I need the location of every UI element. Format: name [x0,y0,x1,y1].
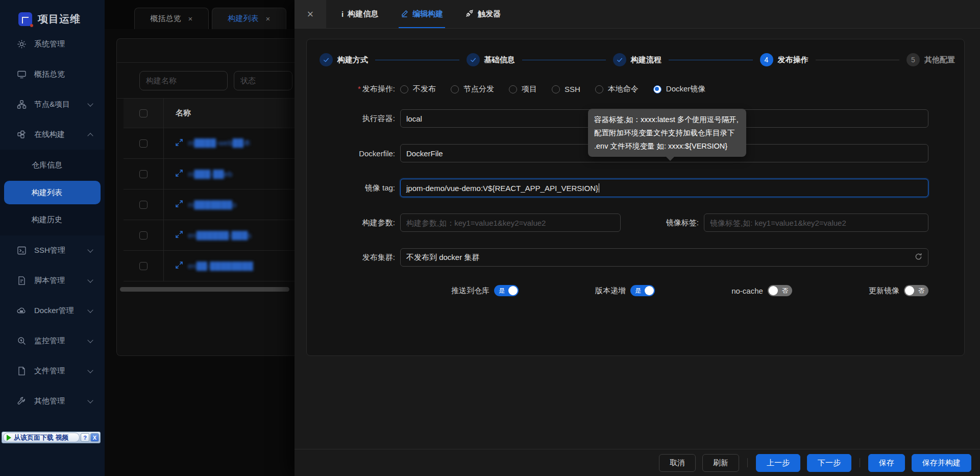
image-labels-input[interactable] [704,213,928,232]
row-checkbox[interactable] [139,231,148,240]
refresh-icon[interactable] [915,253,922,262]
expand-arrows-icon[interactable] [176,261,183,270]
divider [747,458,748,467]
radio-icon [400,85,408,93]
radio-checked-icon [653,85,662,93]
chevron-down-icon [87,337,93,343]
horizontal-scrollbar[interactable] [120,287,289,292]
save-button[interactable]: 保存 [868,454,905,472]
step-build-method[interactable]: 构建方式 [320,53,368,66]
sidebar-item-nodes-projects[interactable]: 节点&项目 [0,89,105,120]
script-icon [17,276,27,285]
build-args-input[interactable] [400,213,621,232]
save-and-build-button[interactable]: 保存并构建 [912,454,971,472]
switch-knob [508,286,518,295]
status-filter-input[interactable] [234,71,292,90]
file-icon [17,366,27,376]
version-increment-group: 版本递增 是 [595,285,655,296]
switch-knob [769,286,778,295]
expand-arrows-icon[interactable] [176,200,183,209]
switch-row: 推送到仓库 是 版本递增 是 no-cache 否 更新镜像 否 [307,285,928,296]
publish-action-radio-group: 不发布 节点分发 项目 SSH 本地命令 Docker镜像 [400,84,720,94]
build-name-redacted[interactable]: m████-web██本 [188,138,251,148]
build-args-label: 构建参数: [307,218,400,228]
sidebar-item-ssh[interactable]: SSH管理 [0,235,105,266]
expand-arrows-icon[interactable] [176,139,183,148]
row-checkbox[interactable] [139,201,148,209]
sidebar-item-build-history[interactable]: 构建历史 [0,205,105,234]
download-ad-button[interactable]: 从该页面下载 视频 [3,433,80,442]
exec-container-label: 执行容器: [307,114,400,124]
tab-build-info[interactable]: i 构建信息 [341,0,378,28]
build-name-redacted[interactable]: m███-██eb [188,170,232,178]
jpom-logo-icon [18,12,32,26]
sidebar-item-repo-info[interactable]: 仓库信息 [0,151,105,180]
step-number: 5 [906,53,920,66]
sidebar-item-script[interactable]: 脚本管理 [0,266,105,296]
chevron-down-icon [87,397,93,403]
close-drawer-button[interactable]: × [295,0,326,28]
radio-local-command[interactable]: 本地命令 [595,84,639,94]
update-image-toggle[interactable]: 否 [904,285,928,296]
dockerfile-label: Dockerfile: [307,149,400,158]
step-publish-action[interactable]: 4 发布操作 [760,53,808,66]
tab-overview[interactable]: 概括总览 × [134,8,209,29]
radio-project[interactable]: 项目 [509,84,537,94]
sidebar-item-other[interactable]: 其他管理 [0,386,105,416]
radio-icon [595,85,603,93]
close-tab-icon[interactable]: × [188,14,193,23]
build-name-redacted[interactable]: m███████o [188,200,236,209]
build-icon [17,130,27,139]
publish-cluster-select[interactable]: 不发布到 docker 集群 [400,248,928,267]
step-build-flow[interactable]: 构建流程 [613,53,662,66]
row-checkbox[interactable] [139,170,148,178]
select-all-checkbox[interactable] [139,109,148,117]
step-basic-info[interactable]: 基础信息 [467,53,515,66]
close-tab-icon[interactable]: × [266,14,271,23]
row-checkbox[interactable] [139,262,148,270]
info-icon: i [341,10,344,18]
image-tag-label: 镜像 tag: [307,183,400,193]
divider [860,458,860,467]
no-cache-toggle[interactable]: 否 [768,285,792,296]
radio-no-publish[interactable]: 不发布 [400,84,436,94]
sidebar-item-monitor[interactable]: 监控管理 [0,326,105,356]
build-name-filter-input[interactable] [139,71,228,90]
next-step-button[interactable]: 下一步 [807,454,851,472]
cancel-button[interactable]: 取消 [659,454,696,472]
chevron-down-icon [87,101,93,106]
sidebar-item-online-build[interactable]: 在线构建 [0,120,105,150]
radio-node-dispatch[interactable]: 节点分发 [451,84,494,94]
ad-help-button[interactable]: ? [81,433,89,442]
step-other-config[interactable]: 5 其他配置 [906,53,955,66]
drawer-header: × i 构建信息 编辑构建 触发器 [295,0,980,29]
expand-arrows-icon[interactable] [176,170,183,178]
radio-ssh[interactable]: SSH [552,85,580,93]
row-checkbox[interactable] [139,139,148,148]
docker-icon [17,306,27,316]
switch-knob [905,286,914,295]
sidebar-item-build-list[interactable]: 构建列表 [4,181,101,204]
image-tag-tooltip: 容器标签,如：xxxx:latest 多个使用逗号隔开, 配置附加环境变量文件支… [588,109,746,157]
ad-close-button[interactable]: X [90,433,99,442]
sidebar-item-files[interactable]: 文件管理 [0,356,105,386]
build-name-redacted[interactable]: en██████-███s [188,231,252,240]
sidebar-item-system[interactable]: 系统管理 [0,29,105,59]
build-name-redacted[interactable]: en██-████████ [188,261,253,270]
api-icon [465,9,474,19]
tab-edit-build[interactable]: 编辑构建 [401,0,443,28]
radio-docker-image[interactable]: Docker镜像 [653,84,706,94]
version-increment-toggle[interactable]: 是 [630,285,655,296]
previous-step-button[interactable]: 上一步 [756,454,800,472]
image-tag-input[interactable]: jpom-demo/vue-demo:V${REACT_APP_API_VERS… [400,179,928,197]
tab-trigger[interactable]: 触发器 [465,0,501,28]
radio-icon [509,85,517,93]
app-root: 项目运维 系统管理 概括总览 节点&项目 在线构建 仓库信息 构建列表 构建历史 [0,0,980,476]
expand-arrows-icon[interactable] [176,231,183,240]
sidebar-item-docker[interactable]: Docker管理 [0,296,105,326]
refresh-button[interactable]: 刷新 [702,454,739,472]
sidebar-item-overview[interactable]: 概括总览 [0,59,105,89]
text-cursor [599,183,599,193]
push-to-repo-toggle[interactable]: 是 [494,285,519,296]
tab-build-list[interactable]: 构建列表 × [212,8,286,29]
